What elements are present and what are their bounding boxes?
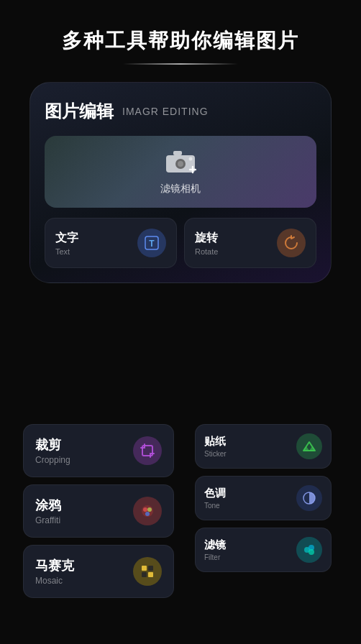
svg-point-12 bbox=[147, 507, 152, 512]
text-icon: T bbox=[137, 229, 166, 257]
tools-grid: 文字 Text T 旋转 Rotate bbox=[45, 218, 316, 268]
svg-point-2 bbox=[178, 161, 183, 167]
crop-tool-button[interactable]: 裁剪 Cropping bbox=[23, 424, 174, 477]
svg-point-11 bbox=[143, 507, 147, 512]
graffiti-tool-button[interactable]: 涂鸦 Graffiti bbox=[23, 484, 174, 538]
header-title: 多种工具帮助你编辑图片 bbox=[62, 29, 299, 52]
svg-rect-3 bbox=[173, 151, 182, 155]
svg-rect-16 bbox=[142, 572, 147, 577]
text-tool-label: 文字 Text bbox=[55, 231, 78, 256]
page-header: 多种工具帮助你编辑图片 bbox=[0, 0, 361, 63]
crop-tool-label: 裁剪 Cropping bbox=[35, 436, 70, 465]
camera-banner[interactable]: 滤镜相机 bbox=[45, 136, 316, 208]
svg-point-13 bbox=[145, 512, 150, 516]
sticker-tool-button[interactable]: 贴纸 Sticker bbox=[195, 424, 332, 469]
svg-rect-14 bbox=[142, 566, 147, 571]
rotate-tool-label: 旋转 Rotate bbox=[195, 231, 218, 256]
rotate-tool-button[interactable]: 旋转 Rotate bbox=[184, 218, 316, 268]
mosaic-tool-button[interactable]: 马赛克 Mosaic bbox=[23, 545, 174, 598]
right-tools-column: 贴纸 Sticker 色调 Tone 滤镜 Filter bbox=[195, 424, 332, 579]
card-header: 图片编辑 IMAGR EDITING bbox=[45, 100, 316, 123]
camera-icon bbox=[165, 148, 196, 177]
left-tools-column: 裁剪 Cropping 涂鸦 Graffiti 马 bbox=[23, 424, 174, 605]
card-title-zh: 图片编辑 bbox=[45, 100, 114, 123]
tone-tool-button[interactable]: 色调 Tone bbox=[195, 476, 332, 520]
filter-icon bbox=[296, 537, 322, 563]
text-tool-button[interactable]: 文字 Text T bbox=[45, 218, 177, 268]
svg-point-23 bbox=[309, 549, 314, 555]
mosaic-icon bbox=[133, 557, 162, 586]
main-card: 图片编辑 IMAGR EDITING 滤镜相机 文字 Text bbox=[29, 82, 332, 283]
sticker-tool-label: 贴纸 Sticker bbox=[204, 435, 227, 458]
filter-tool-button[interactable]: 滤镜 Filter bbox=[195, 528, 332, 572]
camera-label: 滤镜相机 bbox=[160, 183, 201, 196]
graffiti-tool-label: 涂鸦 Graffiti bbox=[35, 497, 61, 525]
card-title-en: IMAGR EDITING bbox=[122, 106, 209, 117]
svg-text:T: T bbox=[149, 239, 155, 249]
tone-icon bbox=[296, 485, 322, 511]
svg-rect-15 bbox=[148, 566, 153, 571]
filter-tool-label: 滤镜 Filter bbox=[204, 538, 226, 561]
sticker-icon bbox=[296, 433, 322, 459]
header-underline bbox=[123, 63, 238, 65]
rotate-icon bbox=[277, 229, 306, 257]
mosaic-tool-label: 马赛克 Mosaic bbox=[35, 557, 74, 586]
svg-rect-17 bbox=[148, 572, 153, 577]
tone-tool-label: 色调 Tone bbox=[204, 487, 226, 510]
crop-icon bbox=[133, 436, 162, 465]
svg-point-4 bbox=[189, 157, 193, 161]
graffiti-icon bbox=[133, 497, 162, 525]
